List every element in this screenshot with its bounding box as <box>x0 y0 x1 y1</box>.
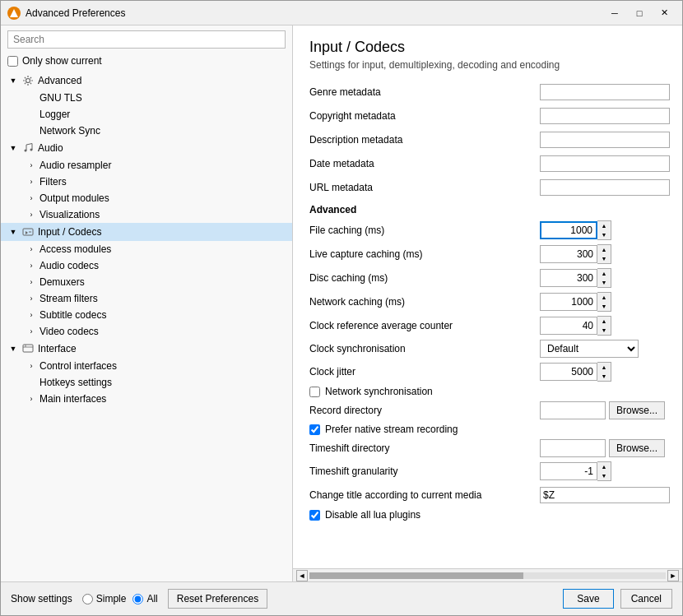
sidebar-item-network-sync[interactable]: Network Sync <box>1 123 292 139</box>
spacer-gnu-tls <box>26 92 37 104</box>
simple-radio-label[interactable]: Simple <box>82 593 127 604</box>
sidebar-item-main-interfaces[interactable]: › Main interfaces <box>1 391 292 407</box>
live-capture-increment[interactable]: ▲ <box>597 245 611 254</box>
description-metadata-input[interactable] <box>540 132 670 148</box>
network-caching-spinbox: ▲ ▼ <box>540 292 611 312</box>
scroll-right-arrow[interactable]: ► <box>667 570 679 581</box>
network-caching-increment[interactable]: ▲ <box>597 293 611 302</box>
clock-jitter-spinbox-buttons: ▲ ▼ <box>597 362 611 382</box>
disc-caching-label: Disc caching (ms) <box>309 272 540 284</box>
sidebar-item-visualizations[interactable]: › Visualizations <box>1 206 292 223</box>
clock-jitter-decrement[interactable]: ▼ <box>597 372 611 381</box>
disc-caching-increment[interactable]: ▲ <box>597 269 611 278</box>
disc-caching-input[interactable] <box>540 269 597 287</box>
file-caching-row: File caching (ms) ▲ ▼ <box>309 220 666 240</box>
sidebar-item-subtitle-codecs[interactable]: › Subtitle codecs <box>1 307 292 323</box>
sidebar-label-stream-filters: Stream filters <box>39 293 98 304</box>
sidebar-item-logger[interactable]: Logger <box>1 106 292 123</box>
sidebar-label-video-codecs: Video codecs <box>39 326 99 337</box>
file-caching-input[interactable] <box>540 221 597 239</box>
description-metadata-label: Description metadata <box>309 134 540 146</box>
disc-caching-decrement[interactable]: ▼ <box>597 278 611 287</box>
horizontal-scrollbar[interactable]: ◄ ► <box>293 568 682 581</box>
show-settings-label: Show settings <box>11 593 72 604</box>
only-show-current-checkbox[interactable] <box>7 56 18 67</box>
timeshift-directory-browse-button[interactable]: Browse... <box>609 439 665 457</box>
clock-reference-decrement[interactable]: ▼ <box>597 326 611 335</box>
clock-sync-select[interactable]: Default Audio Video Off <box>540 340 639 358</box>
record-directory-input[interactable] <box>540 401 606 419</box>
sidebar-item-hotkeys-settings[interactable]: Hotkeys settings <box>1 374 292 391</box>
clock-jitter-input[interactable] <box>540 363 597 381</box>
network-caching-input[interactable] <box>540 293 597 311</box>
sidebar-item-audio-resampler[interactable]: › Audio resampler <box>1 157 292 174</box>
svg-rect-6 <box>23 345 33 352</box>
save-button[interactable]: Save <box>563 589 613 609</box>
spacer-hotkeys <box>26 377 37 388</box>
app-icon <box>7 7 21 20</box>
sidebar-item-control-interfaces[interactable]: › Control interfaces <box>1 358 292 374</box>
all-radio[interactable] <box>132 594 143 604</box>
cancel-button[interactable]: Cancel <box>620 589 672 609</box>
clock-reference-spinbox-buttons: ▲ ▼ <box>597 316 611 336</box>
scroll-left-arrow[interactable]: ◄ <box>296 570 308 581</box>
prefer-native-label: Prefer native stream recording <box>325 424 458 435</box>
record-directory-browse-button[interactable]: Browse... <box>609 401 665 419</box>
network-caching-decrement[interactable]: ▼ <box>597 302 611 311</box>
timeshift-granularity-decrement[interactable]: ▼ <box>597 471 611 480</box>
sidebar-item-input-codecs[interactable]: ▼ Input / Codecs <box>1 223 292 241</box>
gear-icon <box>21 74 35 87</box>
description-metadata-row: Description metadata <box>309 130 666 150</box>
sidebar-item-access-modules[interactable]: › Access modules <box>1 241 292 257</box>
file-caching-decrement[interactable]: ▼ <box>597 230 611 239</box>
main-content: Only show current ▼ Advanced G <box>1 25 682 581</box>
date-metadata-input[interactable] <box>540 155 670 172</box>
timeshift-granularity-increment[interactable]: ▲ <box>597 462 611 471</box>
genre-metadata-label: Genre metadata <box>309 86 540 98</box>
url-metadata-input[interactable] <box>540 179 670 196</box>
panel-title: Input / Codecs <box>309 39 666 56</box>
network-sync-checkbox[interactable] <box>309 387 320 397</box>
network-sync-label: Network synchronisation <box>325 386 433 397</box>
sidebar-label-main-interfaces: Main interfaces <box>39 393 106 405</box>
prefer-native-checkbox[interactable] <box>309 424 320 435</box>
sidebar-label-filters: Filters <box>39 176 67 188</box>
genre-metadata-input[interactable] <box>540 84 670 100</box>
minimize-button[interactable]: ─ <box>603 4 626 22</box>
sidebar-item-gnu-tls[interactable]: GNU TLS <box>1 90 292 106</box>
sidebar-label-control-interfaces: Control interfaces <box>39 360 117 372</box>
clock-reference-increment[interactable]: ▲ <box>597 317 611 326</box>
network-caching-label: Network caching (ms) <box>309 296 540 308</box>
timeshift-directory-input[interactable] <box>540 439 606 457</box>
reset-preferences-button[interactable]: Reset Preferences <box>168 589 267 609</box>
live-capture-decrement[interactable]: ▼ <box>597 254 611 263</box>
sidebar-item-interface[interactable]: ▼ Interface <box>1 340 292 358</box>
change-title-input[interactable] <box>540 487 670 503</box>
sidebar-item-demuxers[interactable]: › Demuxers <box>1 274 292 290</box>
scroll-track[interactable] <box>309 572 666 579</box>
timeshift-granularity-input[interactable] <box>540 462 597 480</box>
sidebar-item-audio[interactable]: ▼ Audio <box>1 139 292 157</box>
expand-arrow-interface: ▼ <box>7 343 19 354</box>
file-caching-increment[interactable]: ▲ <box>597 221 611 230</box>
sidebar-item-video-codecs[interactable]: › Video codecs <box>1 323 292 340</box>
close-button[interactable]: ✕ <box>653 4 676 22</box>
clock-jitter-spinbox: ▲ ▼ <box>540 362 611 382</box>
sidebar-item-output-modules[interactable]: › Output modules <box>1 190 292 206</box>
clock-jitter-increment[interactable]: ▲ <box>597 363 611 372</box>
sidebar-item-stream-filters[interactable]: › Stream filters <box>1 290 292 307</box>
tree-container[interactable]: ▼ Advanced GNU TLS Logger <box>1 72 292 581</box>
disable-lua-checkbox[interactable] <box>309 510 320 521</box>
clock-reference-input[interactable] <box>540 317 597 335</box>
all-radio-label[interactable]: All <box>132 593 157 604</box>
timeshift-granularity-row: Timeshift granularity ▲ ▼ <box>309 461 666 481</box>
search-input[interactable] <box>7 30 286 49</box>
titlebar: Advanced Preferences ─ □ ✕ <box>1 1 682 25</box>
sidebar-item-filters[interactable]: › Filters <box>1 174 292 190</box>
sidebar-item-advanced[interactable]: ▼ Advanced <box>1 72 292 90</box>
sidebar-item-audio-codecs[interactable]: › Audio codecs <box>1 257 292 274</box>
simple-radio[interactable] <box>82 594 93 604</box>
maximize-button[interactable]: □ <box>628 4 651 22</box>
live-capture-caching-input[interactable] <box>540 245 597 263</box>
copyright-metadata-input[interactable] <box>540 108 670 124</box>
